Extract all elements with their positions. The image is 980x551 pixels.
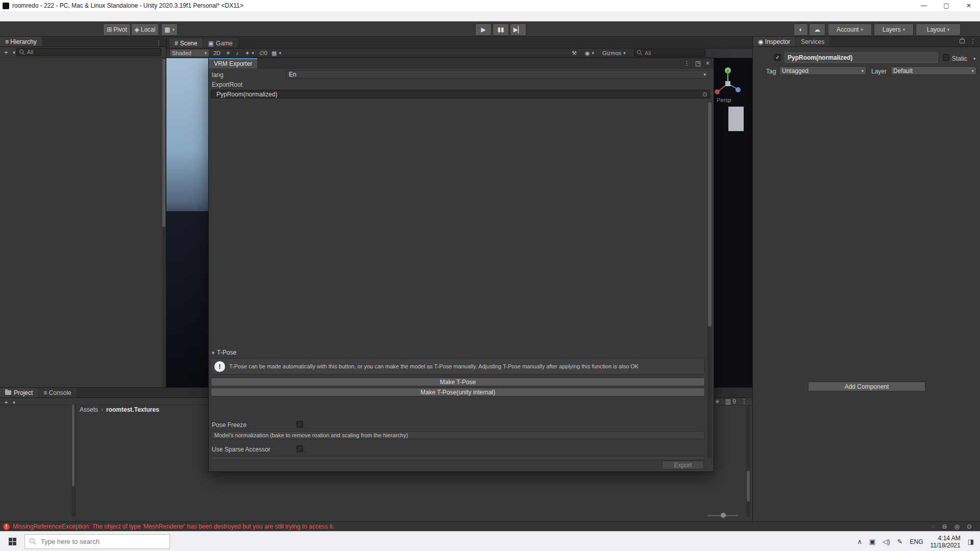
visibility-off-icon[interactable]: ◎ <box>954 523 959 530</box>
scene-tools-icon[interactable]: ⚒ <box>572 49 577 57</box>
make-tpose-button[interactable]: Make T-Pose <box>211 378 705 386</box>
static-dropdown-icon[interactable]: ▾ <box>973 56 976 61</box>
lighting-toggle-icon[interactable]: ☀ <box>226 49 231 57</box>
volume-icon[interactable]: ◁) <box>883 538 890 545</box>
hierarchy-add-button[interactable]: ＋ ▾ <box>3 48 15 57</box>
tab-services[interactable]: Services <box>796 37 829 46</box>
pause-button[interactable]: ▮▮ <box>493 23 509 36</box>
tab-vrm-exporter[interactable]: VRM Exporter <box>209 58 257 68</box>
start-button[interactable] <box>0 532 24 551</box>
info-icon: ! <box>214 361 225 372</box>
mute-bell-icon[interactable]: ◌ <box>931 523 935 530</box>
taskbar-search[interactable] <box>24 534 170 549</box>
layout-dropdown[interactable]: Layout▾ <box>916 23 961 36</box>
status-error-text[interactable]: MissingReferenceException: The object of… <box>13 523 334 530</box>
tpose-foldout[interactable]: ▼ T-Pose <box>211 349 236 356</box>
layers-dropdown[interactable]: Layers▾ <box>874 23 914 36</box>
search-icon <box>637 50 643 56</box>
dock-icon[interactable]: ◳ <box>695 60 701 67</box>
make-tpose-internal-button[interactable]: Make T-Pose(unity internal) <box>211 388 705 396</box>
lock-icon[interactable] <box>960 39 965 43</box>
tab-game[interactable]: ▣ Game <box>203 38 238 48</box>
static-checkbox[interactable] <box>943 54 949 61</box>
play-button[interactable]: ▶ <box>475 23 492 36</box>
scene-toolbar: Shaded▾ 2D ☀ ♪ ✶▾ ∅0 ▦▾ ⚒ ◉▾ Gizmos▾ All <box>166 48 752 58</box>
minimize-button[interactable]: — <box>913 0 935 11</box>
effects-dropdown-icon[interactable]: ✶▾ <box>245 49 254 57</box>
grid-visibility-icon[interactable]: ▦▾ <box>272 49 281 57</box>
favorites-icon[interactable]: ★ <box>715 398 720 405</box>
clock[interactable]: 4:14 AM 11/18/2021 <box>930 535 961 549</box>
layer-dropdown[interactable]: Default▾ <box>891 66 976 75</box>
notification-icon[interactable]: ◨ <box>968 538 974 545</box>
system-tray: ∧ ▣ ◁) ✎ ENG 4:14 AM 11/18/2021 ◨ <box>857 532 980 551</box>
cache-icon[interactable]: ⊖ <box>942 523 947 530</box>
language-indicator[interactable]: ENG <box>910 538 923 545</box>
pivot-toggle[interactable]: ⊞ Pivot <box>103 23 131 36</box>
hierarchy-menu-icon[interactable]: ⋮ <box>152 39 166 46</box>
scene-bright-patch <box>728 107 744 131</box>
local-toggle[interactable]: ◈ Local <box>131 23 159 36</box>
close-icon[interactable]: × <box>706 60 709 67</box>
close-button[interactable]: ✕ <box>958 0 980 11</box>
tab-inspector[interactable]: ◉ Inspector <box>753 37 795 46</box>
statusbar: ! MissingReferenceException: The object … <box>0 521 980 531</box>
gameobject-name-field[interactable]: PypRoom(normalized) <box>785 53 938 63</box>
gizmos-dropdown[interactable]: Gizmos▾ <box>602 49 626 57</box>
thumbnail-size-slider[interactable] <box>707 515 738 516</box>
project-menu-icon[interactable]: ⋮ <box>741 398 747 405</box>
hierarchy-search-input[interactable]: All <box>16 48 161 56</box>
maximize-button[interactable]: ▢ <box>935 0 958 11</box>
shading-mode-dropdown[interactable]: Shaded▾ <box>169 49 209 57</box>
lang-dropdown[interactable]: En▾ <box>286 70 708 79</box>
network-icon[interactable]: ▣ <box>869 538 875 545</box>
persp-label[interactable]: Persp <box>717 97 731 103</box>
object-picker-icon[interactable]: ⊙ <box>702 91 707 98</box>
account-dropdown[interactable]: Account▾ <box>828 23 872 36</box>
pose-freeze-label: Pose Freeze <box>212 421 247 429</box>
hierarchy-scrollbar[interactable] <box>162 58 166 387</box>
svg-text:y: y <box>727 68 729 73</box>
unity-app-icon <box>3 3 9 9</box>
assets-scrollbar[interactable] <box>746 405 750 517</box>
add-component-button[interactable]: Add Component <box>808 382 925 391</box>
error-icon: ! <box>3 523 10 530</box>
window-title: roomredo - 222 - PC, Mac & Linux Standal… <box>12 2 243 9</box>
scene-visibility-icon[interactable]: ∅0 <box>259 49 267 57</box>
tab-project[interactable]: Project <box>0 388 38 397</box>
taskbar: ∧ ▣ ◁) ✎ ENG 4:14 AM 11/18/2021 ◨ <box>0 531 980 551</box>
unity-toolbar: ◐ ☁ Account▾ Layers▾ Layout▾ ▶ ▮▮ ▶▏ ⊞ P… <box>0 21 980 37</box>
cloud-icon[interactable]: ☁ <box>809 23 825 36</box>
tab-console[interactable]: ≡ Console <box>38 388 76 397</box>
scene-search-input[interactable]: All <box>634 49 705 57</box>
scene-room <box>166 211 208 387</box>
export-root-object-field[interactable]: PypRoom(normalized) ⊙ <box>211 90 710 98</box>
audio-toggle-icon[interactable]: ♪ <box>236 49 239 57</box>
grid-snap-icon[interactable]: ▦▾ <box>161 23 178 36</box>
2d-toggle[interactable]: 2D <box>213 49 220 57</box>
camera-dropdown-icon[interactable]: ◉▾ <box>585 49 594 57</box>
window-menu-icon[interactable]: ⋮ <box>684 60 690 67</box>
taskbar-search-input[interactable] <box>40 537 154 546</box>
pose-freeze-checkbox[interactable] <box>297 421 303 428</box>
hierarchy-tree <box>0 58 162 387</box>
tag-label: Tag <box>766 68 776 75</box>
packages-visibility-icon[interactable]: ▥ 9 <box>725 398 736 405</box>
active-checkbox[interactable]: ✓ <box>774 54 781 61</box>
breadcrumb-assets[interactable]: Assets <box>80 406 98 413</box>
progress-icon[interactable]: ⊙ <box>967 523 972 530</box>
vrm-scrollbar[interactable] <box>707 101 712 458</box>
tray-expand-icon[interactable]: ∧ <box>857 538 862 545</box>
menubar <box>0 11 980 21</box>
inspector-menu-icon[interactable]: ⋮ <box>970 38 976 45</box>
folder-scrollbar[interactable] <box>71 405 75 517</box>
export-button[interactable]: Export <box>662 461 704 469</box>
breadcrumb-current[interactable]: roomtest.Textures <box>106 406 159 413</box>
pen-icon[interactable]: ✎ <box>897 538 903 545</box>
tab-hierarchy[interactable]: ≡ Hierarchy <box>0 37 42 46</box>
tag-dropdown[interactable]: Untagged▾ <box>779 66 866 75</box>
use-sparse-checkbox[interactable] <box>297 445 303 452</box>
preferences-icon[interactable]: ◐ <box>794 23 808 36</box>
step-button[interactable]: ▶▏ <box>510 23 526 36</box>
tab-scene[interactable]: # Scene <box>169 38 203 48</box>
